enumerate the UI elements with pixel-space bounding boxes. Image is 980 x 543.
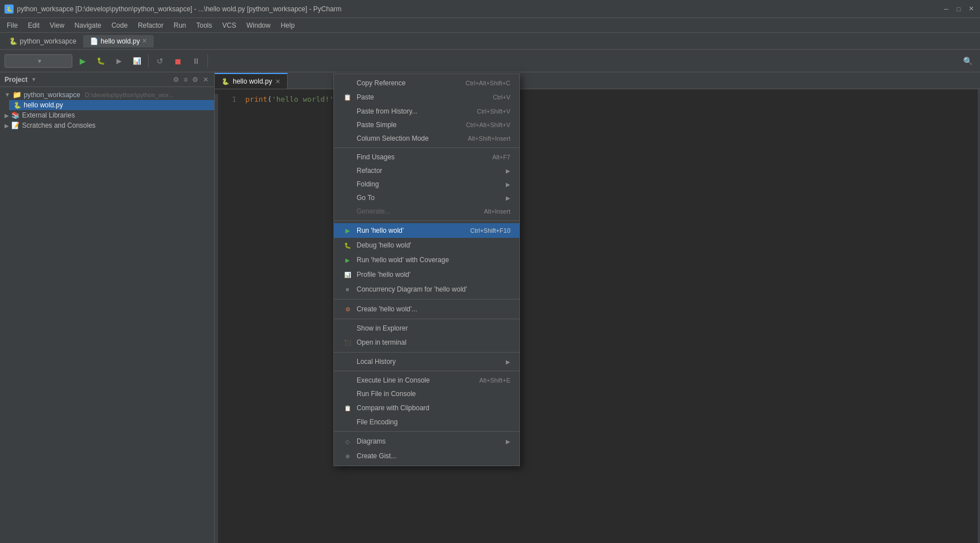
ctx-folding-label: Folding (357, 180, 379, 188)
ctx-show-explorer-label: Show in Explorer (357, 324, 408, 332)
ctx-terminal-icon: ⬛ (343, 338, 352, 347)
ctx-paste[interactable]: 📋 Paste Ctrl+V (334, 90, 519, 105)
code-paren-open: ( (267, 95, 272, 103)
sidebar-dropdown-icon[interactable]: ▾ (32, 76, 36, 83)
ctx-local-history[interactable]: Local History ▶ (334, 355, 519, 368)
ctx-paste-simple[interactable]: Paste Simple Ctrl+Alt+Shift+V (334, 118, 519, 132)
menu-refactor[interactable]: Refactor (133, 20, 168, 31)
settings-icon[interactable]: ⚙ (191, 75, 200, 85)
editor-tab-close[interactable]: ✕ (275, 78, 280, 85)
ctx-sep-6 (334, 371, 519, 371)
outer-tab-project[interactable]: 🐍 python_worksapce (2, 35, 83, 47)
root-folder-label: python_worksapce (24, 91, 80, 99)
ctx-paste-history-label: Paste from History... (357, 107, 418, 115)
ctx-run-coverage[interactable]: ▶ Run 'hello wold' with Coverage (334, 253, 519, 267)
menu-code[interactable]: Code (107, 20, 132, 31)
root-expand-icon: ▼ (5, 92, 10, 98)
ctx-compare-label: Compare with Clipboard (357, 404, 430, 412)
outer-tab-file[interactable]: 📄 hello wold.py ✕ (83, 35, 154, 47)
rerun-button[interactable]: ↺ (152, 53, 168, 69)
root-folder-path: D:\develop\python\python_wor... (85, 92, 174, 98)
ctx-create[interactable]: ⚙ Create 'hello wold'... (334, 302, 519, 316)
ctx-find-usages-shortcut: Alt+F7 (492, 154, 510, 160)
ctx-copy-reference-label: Copy Reference (357, 79, 406, 87)
run-config-dropdown[interactable]: ▾ (5, 54, 72, 68)
menu-run[interactable]: Run (169, 20, 190, 31)
ctx-find-usages[interactable]: Find Usages Alt+F7 (334, 150, 519, 164)
tree-item-ext-libs[interactable]: ▶ 📚 External Libraries (0, 110, 214, 120)
file-tab-close[interactable]: ✕ (142, 37, 147, 45)
ctx-sep-5 (334, 352, 519, 353)
project-tab-label: python_worksapce (20, 37, 76, 45)
ctx-column-selection-label: Column Selection Mode (357, 134, 428, 142)
menu-navigate[interactable]: Navigate (70, 20, 106, 31)
ctx-open-terminal[interactable]: ⬛ Open in terminal (334, 335, 519, 350)
ctx-go-to-arrow: ▶ (506, 195, 510, 201)
project-tab-icon: 🐍 (9, 37, 18, 45)
ctx-debug-hello-wold[interactable]: 🐛 Debug 'hello wold' (334, 238, 519, 253)
menu-file[interactable]: File (2, 20, 22, 31)
close-button[interactable]: ✕ (966, 5, 975, 14)
dropdown-arrow-icon: ▾ (38, 57, 41, 65)
pause-button[interactable]: ⏸ (188, 53, 204, 69)
sidebar-content: ▼ 📁 python_worksapce D:\develop\python\p… (0, 87, 214, 543)
ctx-generate[interactable]: Generate... Alt+Insert (334, 205, 519, 218)
menu-view[interactable]: View (45, 20, 69, 31)
menu-window[interactable]: Window (242, 20, 275, 31)
ctx-create-gist[interactable]: ⊕ Create Gist... (334, 449, 519, 463)
ctx-copy-reference[interactable]: Copy Reference Ctrl+Alt+Shift+C (334, 76, 519, 90)
ctx-find-usages-label: Find Usages (357, 153, 394, 161)
ctx-sep-2 (334, 220, 519, 221)
profile-button[interactable]: 📊 (129, 53, 145, 69)
menu-bar: File Edit View Navigate Code Refactor Ru… (0, 18, 980, 33)
file-tab-icon: 📄 (90, 37, 98, 45)
search-everywhere-button[interactable]: 🔍 (960, 53, 975, 69)
ctx-file-encoding[interactable]: File Encoding (334, 415, 519, 429)
minimize-button[interactable]: ─ (942, 5, 951, 14)
debug-button[interactable]: 🐛 (93, 53, 109, 69)
menu-help[interactable]: Help (276, 20, 300, 31)
run-button[interactable]: ▶ (75, 53, 90, 69)
ctx-sep-1 (334, 147, 519, 148)
hide-icon[interactable]: ✕ (202, 75, 210, 85)
editor-tab-label: hello wold.py (233, 77, 272, 85)
tree-item-root[interactable]: ▼ 📁 python_worksapce D:\develop\python\p… (0, 89, 214, 100)
ctx-show-explorer[interactable]: Show in Explorer (334, 322, 519, 335)
coverage-button[interactable]: ▶ (111, 53, 127, 69)
ctx-concurrency[interactable]: ≡ Concurrency Diagram for 'hello wold' (334, 282, 519, 297)
ctx-profile[interactable]: 📊 Profile 'hello wold' (334, 267, 519, 282)
ctx-run-hello-wold[interactable]: ▶ Run 'hello wold' Ctrl+Shift+F10 (334, 223, 519, 238)
ctx-run-file-console[interactable]: Run File in Console (334, 387, 519, 401)
tree-item-scratches[interactable]: ▶ 📝 Scratches and Consoles (0, 120, 214, 131)
ctx-diagrams[interactable]: ◇ Diagrams ▶ (334, 434, 519, 449)
ctx-refactor[interactable]: Refactor ▶ (334, 164, 519, 177)
menu-edit[interactable]: Edit (23, 20, 44, 31)
ctx-run-icon: ▶ (343, 226, 352, 235)
ctx-terminal-label: Open in terminal (357, 338, 406, 346)
maximize-button[interactable]: □ (954, 5, 963, 14)
ctx-execute-line[interactable]: Execute Line in Console Alt+Shift+E (334, 373, 519, 387)
menu-tools[interactable]: Tools (192, 20, 216, 31)
menu-vcs[interactable]: VCS (218, 20, 241, 31)
hello-wold-label: hello wold.py (24, 101, 63, 109)
ctx-local-history-arrow: ▶ (506, 359, 510, 365)
ctx-compare-clipboard[interactable]: 📋 Compare with Clipboard (334, 401, 519, 415)
toolbar-separator-1 (148, 54, 149, 68)
ctx-execute-line-shortcut: Alt+Shift+E (479, 377, 510, 384)
stop-button[interactable]: ◼ (170, 53, 186, 69)
ctx-refactor-arrow: ▶ (506, 168, 510, 174)
sync-icon[interactable]: ⚙ (172, 75, 180, 85)
ctx-paste-history[interactable]: Paste from History... Ctrl+Shift+V (334, 105, 519, 118)
toolbar-separator-2 (207, 54, 208, 68)
ctx-sep-4 (334, 319, 519, 319)
code-keyword-print: print (245, 95, 267, 103)
ctx-column-selection[interactable]: Column Selection Mode Alt+Shift+Insert (334, 132, 519, 145)
editor-tab-hello-wold[interactable]: 🐍 hello wold.py ✕ (215, 73, 288, 89)
ctx-debug-label: Debug 'hello wold' (357, 241, 411, 249)
tree-item-hello-wold[interactable]: 🐍 hello wold.py (9, 100, 214, 110)
collapse-icon[interactable]: ≡ (183, 75, 189, 85)
ctx-local-history-label: Local History (357, 358, 396, 366)
ctx-go-to[interactable]: Go To ▶ (334, 191, 519, 205)
sidebar-title: Project (5, 76, 28, 84)
ctx-folding[interactable]: Folding ▶ (334, 177, 519, 191)
